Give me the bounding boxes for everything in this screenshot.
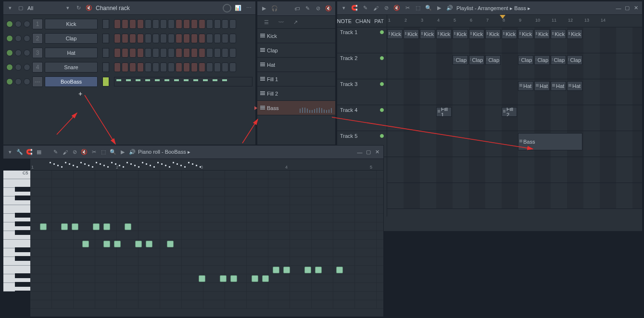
step[interactable] <box>114 19 121 29</box>
track-header[interactable]: Track 4 <box>337 105 387 131</box>
step[interactable] <box>129 62 136 72</box>
vol-knob[interactable] <box>24 21 30 27</box>
channel-select[interactable] <box>102 48 109 58</box>
step[interactable] <box>206 34 213 43</box>
midi-note[interactable] <box>40 223 47 230</box>
midi-note[interactable] <box>262 275 269 282</box>
step[interactable] <box>137 62 144 72</box>
bar-number[interactable]: 4 <box>437 18 440 23</box>
playlist-lane[interactable]: HatHatHatHat <box>387 79 642 105</box>
track-enable-led[interactable] <box>380 56 384 60</box>
play-icon[interactable]: ▶ <box>260 5 268 12</box>
bar-number[interactable]: 6 <box>470 18 472 23</box>
step[interactable] <box>122 48 128 58</box>
playlist-clip[interactable]: Kick <box>469 29 484 39</box>
playlist-clip[interactable]: Clap <box>453 55 468 65</box>
midi-note[interactable] <box>72 223 78 230</box>
step[interactable] <box>114 48 121 58</box>
pencil-icon[interactable]: ✎ <box>51 148 59 156</box>
channel-select[interactable] <box>102 77 109 86</box>
bar-number[interactable]: 5 <box>454 18 456 23</box>
playlist-clip[interactable]: Kick <box>387 29 403 39</box>
step[interactable] <box>229 19 236 29</box>
filter-dropdown[interactable]: All <box>27 5 61 11</box>
midi-note[interactable] <box>93 223 100 230</box>
view-list-icon[interactable]: ☰ <box>261 18 272 26</box>
menu-icon[interactable]: ▾ <box>340 4 348 12</box>
playlist-clip[interactable]: Hat <box>534 81 550 91</box>
midi-note[interactable] <box>167 241 174 247</box>
piano-roll-lane[interactable] <box>30 257 383 266</box>
piano-roll-lane[interactable] <box>30 266 383 274</box>
channel-name-button[interactable]: BooBass <box>45 76 98 87</box>
midi-note[interactable] <box>125 223 131 230</box>
midi-note[interactable] <box>283 267 290 273</box>
menu-icon[interactable]: ▾ <box>6 4 14 12</box>
brush-icon[interactable]: 🖌 <box>61 148 69 156</box>
midi-note[interactable] <box>315 267 322 273</box>
pan-knob[interactable] <box>15 35 22 42</box>
bar-number[interactable]: 1 <box>388 18 391 23</box>
channel-number[interactable]: 2 <box>32 33 43 44</box>
playlist-lane[interactable] <box>387 183 642 209</box>
step-sequencer[interactable] <box>114 62 236 72</box>
step[interactable] <box>129 19 136 29</box>
step[interactable] <box>145 34 152 43</box>
step[interactable] <box>222 62 228 72</box>
step[interactable] <box>168 62 175 72</box>
vol-knob[interactable] <box>24 64 30 71</box>
playlist-clip[interactable]: Kick <box>420 29 435 39</box>
select-icon[interactable]: ⬚ <box>100 148 107 156</box>
step-sequencer[interactable] <box>114 48 236 58</box>
midi-note[interactable] <box>114 241 121 247</box>
playlist-lane[interactable]: ClapClapClapClapClapClapClap <box>387 53 642 79</box>
track-header[interactable]: Track 3 <box>337 79 387 105</box>
step[interactable] <box>229 62 236 72</box>
piano-roll-lane[interactable] <box>30 205 383 214</box>
playlist-clip[interactable]: Kick <box>453 29 468 39</box>
channel-number[interactable]: 3 <box>32 48 43 58</box>
tab-pat[interactable]: PAT <box>374 18 384 24</box>
step[interactable] <box>206 48 213 58</box>
step[interactable] <box>222 19 228 29</box>
track-header[interactable]: Track 2 <box>337 53 387 79</box>
playlist-clip[interactable]: Kick <box>436 29 452 39</box>
channel-name-button[interactable]: Kick <box>45 19 98 29</box>
cancel-icon[interactable]: ⊘ <box>314 5 322 12</box>
step[interactable] <box>206 62 213 72</box>
step[interactable] <box>183 34 190 43</box>
headphones-icon[interactable]: 🎧 <box>271 5 278 12</box>
midi-note[interactable] <box>146 241 152 247</box>
pan-knob[interactable] <box>15 21 22 27</box>
pencil-icon[interactable]: ✎ <box>361 4 369 12</box>
mute-led[interactable] <box>6 49 13 56</box>
step[interactable] <box>168 19 175 29</box>
playlist-clip[interactable]: Clap <box>567 55 582 65</box>
piano-key-black[interactable] <box>15 291 30 295</box>
step[interactable] <box>191 34 198 43</box>
step[interactable] <box>122 62 128 72</box>
piano-roll-lane[interactable] <box>30 283 383 292</box>
piano-key-black[interactable] <box>15 196 30 200</box>
bar-number[interactable]: 4 <box>285 165 288 170</box>
playlist-clip[interactable]: Kick <box>502 29 517 39</box>
step[interactable] <box>145 19 152 29</box>
step[interactable] <box>152 19 159 29</box>
minimize-button[interactable]: — <box>615 5 622 12</box>
playlist-clip[interactable]: Fill 2 <box>502 107 517 117</box>
playlist-clip[interactable]: Kick <box>567 29 582 39</box>
bar-number[interactable]: 5 <box>370 165 372 170</box>
step[interactable] <box>152 48 159 58</box>
erase-icon[interactable]: ⊘ <box>71 148 78 156</box>
graph-icon[interactable]: 📊 <box>234 4 242 12</box>
knob-icon[interactable] <box>223 4 231 12</box>
playlist-titlebar[interactable]: ▾ 🧲 ✎ 🖌 ⊘ 🔇 ✂ ⬚ 🔍 ▶ 🔊 Playlist - Arrange… <box>337 1 642 15</box>
mute-led[interactable] <box>6 64 13 71</box>
channel-number[interactable]: 1 <box>32 19 43 29</box>
slice-icon[interactable]: ✂ <box>90 148 98 156</box>
piano-roll-lane[interactable] <box>30 196 383 205</box>
mute-led[interactable] <box>6 78 13 85</box>
step[interactable] <box>214 34 221 43</box>
bar-number[interactable]: 14 <box>601 18 606 23</box>
brush-icon[interactable]: 🖌 <box>372 4 379 12</box>
